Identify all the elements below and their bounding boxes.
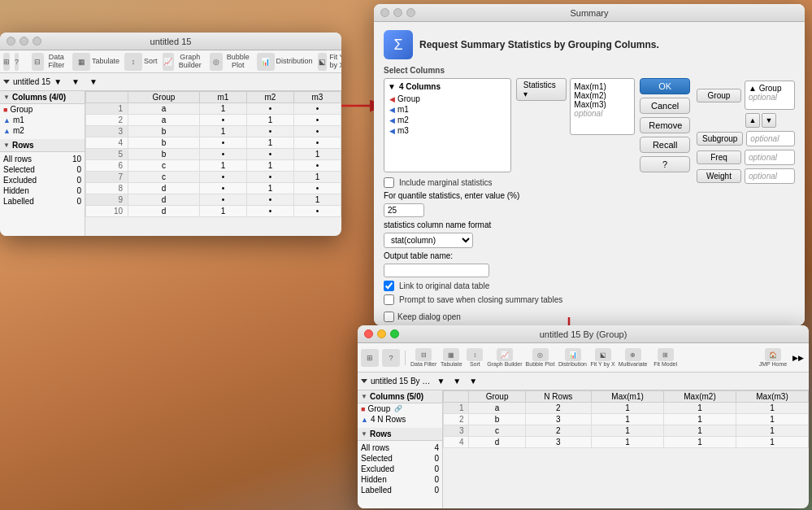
cancel-button[interactable]: Cancel	[640, 98, 690, 114]
result-minimize-button[interactable]	[377, 329, 386, 338]
sort-button[interactable]: ↕ Sort	[124, 53, 158, 71]
statistics-button-wrap[interactable]: Statistics ▾	[516, 78, 567, 101]
r-bubble-plot-btn[interactable]: ◎ Bubble Plot	[526, 348, 555, 367]
result-zoom-button[interactable]	[390, 329, 399, 338]
r-distribution-btn[interactable]: 📊 Distribution	[558, 348, 588, 367]
col-group-header[interactable]: Group	[128, 92, 200, 103]
column-m2-row[interactable]: ▲ m2	[0, 125, 85, 136]
data-filter-button[interactable]: ⊟ Data Filter	[32, 53, 67, 71]
col-m2-header[interactable]: m2	[246, 92, 293, 103]
bubble-plot-button[interactable]: ◎ Bubble Plot	[210, 53, 252, 71]
col-m2-icon: ◀	[389, 116, 395, 124]
graph-builder-button[interactable]: 📈 Graph Builder	[163, 53, 205, 71]
help-dialog-button[interactable]: ?	[640, 156, 690, 172]
down-arrow-button[interactable]: ▼	[762, 113, 776, 128]
stat-max-m2: Max(m2)	[574, 91, 631, 100]
summary-close-button[interactable]	[380, 8, 389, 17]
remove-button[interactable]: Remove	[640, 117, 690, 133]
column-m1-row[interactable]: ▲ m1	[0, 115, 85, 125]
rows-triangle: ▼	[3, 142, 10, 149]
nav-table-name[interactable]: untitled 15	[13, 77, 50, 86]
group-value-box: ▲ Group optional	[745, 81, 795, 110]
prompt-checkbox[interactable]	[384, 294, 394, 305]
r-nav-dropdown1[interactable]: ▼	[436, 377, 445, 386]
nav-dropdown2[interactable]: ▼	[72, 77, 80, 86]
keep-dialog-checkbox[interactable]	[384, 312, 394, 322]
subgroup-input[interactable]: optional	[746, 131, 795, 146]
col-m3-entry[interactable]: ◀ m3	[388, 125, 507, 136]
r-col-maxm1-header[interactable]: Max(m1)	[592, 391, 664, 403]
r-sort-btn[interactable]: ↕ Sort	[466, 348, 484, 367]
statistics-button[interactable]: Statistics ▾	[516, 78, 567, 101]
freq-input[interactable]: optional	[745, 150, 795, 165]
col-m3-header[interactable]: m3	[293, 92, 341, 103]
summary-zoom-button[interactable]	[406, 8, 415, 17]
weight-button[interactable]: Weight	[697, 169, 741, 183]
subgroup-button[interactable]: Subgroup	[697, 132, 743, 146]
freq-button[interactable]: Freq	[697, 150, 741, 164]
rows-header[interactable]: ▼ Rows	[0, 139, 85, 152]
rows-stats: All rows 10 Selected 0 Excluded 0 Hidden…	[0, 152, 85, 208]
help-icon[interactable]: ?	[15, 53, 19, 71]
zoom-button[interactable]	[33, 37, 41, 46]
r-columns-header[interactable]: ▼ Columns (5/0)	[358, 390, 442, 403]
r-col-group-header[interactable]: Group	[469, 391, 525, 403]
r-col-nrows-header[interactable]: N Rows	[525, 391, 591, 403]
col-m2-entry[interactable]: ◀ m2	[388, 115, 507, 125]
col-m1-entry[interactable]: ◀ m1	[388, 104, 507, 115]
r-fit-model-btn[interactable]: ⊞ Fit Model	[651, 348, 680, 367]
output-name-input[interactable]	[384, 264, 489, 277]
nav-dropdown3[interactable]: ▼	[89, 77, 98, 86]
r-graph-builder-btn[interactable]: 📈 Graph Builder	[487, 348, 522, 367]
format-select[interactable]: stat(column)	[384, 233, 473, 248]
r-col-maxm3-header[interactable]: Max(m3)	[736, 391, 808, 403]
window-tools-icon[interactable]: ⊞	[3, 53, 10, 71]
traffic-lights[interactable]	[7, 37, 41, 46]
link-checkbox[interactable]	[384, 281, 394, 291]
minimize-button[interactable]	[20, 37, 28, 46]
r-nav-dropdown3[interactable]: ▼	[469, 377, 477, 386]
r-window-tools-icon[interactable]: ⊞	[361, 349, 379, 367]
col-group-entry[interactable]: ◀ Group	[388, 94, 507, 104]
r-data-filter-btn[interactable]: ⊟ Data Filter	[410, 348, 436, 367]
result-traffic-lights[interactable]	[364, 329, 399, 338]
r-expand-button[interactable]: ▶▶	[791, 354, 805, 362]
distribution-label: Distribution	[276, 58, 313, 66]
weight-input[interactable]: optional	[745, 168, 795, 184]
columns-header-label: Columns (4/0)	[12, 93, 66, 102]
quantile-input[interactable]	[384, 203, 424, 217]
r-multivariate-btn[interactable]: ⊕ Multivariate	[619, 348, 648, 367]
output-table-label: Output table name:	[384, 251, 453, 260]
r-data-filter-icon: ⊟	[415, 348, 432, 361]
columns-header[interactable]: ▼ Columns (4/0)	[0, 91, 85, 104]
r-tabulate-btn[interactable]: ▦ Tabulate	[440, 348, 462, 367]
r-group-col-row[interactable]: ■ Group 🔗	[358, 403, 442, 414]
tabulate-button[interactable]: ▦ Tabulate	[72, 53, 119, 71]
summary-minimize-button[interactable]	[393, 8, 402, 17]
r-rows-header[interactable]: ▼ Rows	[358, 428, 442, 441]
summary-traffic-lights[interactable]	[380, 8, 415, 17]
fit-y-by-x-button[interactable]: ⬕ Fit Y by X	[318, 53, 341, 71]
col-m1-header[interactable]: m1	[199, 92, 246, 103]
r-jmp-home-btn[interactable]: 🏠 JMP Home	[758, 348, 788, 367]
r-nrows-col-row[interactable]: ▲ 4 N Rows	[358, 414, 442, 425]
nav-bar: untitled 15 ▼ ▼ ▼	[0, 73, 341, 91]
r-help-icon[interactable]: ?	[382, 349, 400, 367]
r-nav-dropdown2[interactable]: ▼	[453, 377, 461, 386]
column-group-row[interactable]: ■ Group	[0, 104, 85, 115]
include-marginal-checkbox[interactable]	[384, 177, 394, 188]
up-arrow-button[interactable]: ▲	[745, 113, 760, 128]
r-fit-y-btn[interactable]: ⬕ Fit Y by X	[591, 348, 615, 367]
distribution-button[interactable]: 📊 Distribution	[257, 53, 313, 71]
r-tabulate-label: Tabulate	[441, 361, 462, 367]
close-button[interactable]	[7, 37, 15, 46]
group-button[interactable]: Group	[697, 89, 741, 102]
result-close-button[interactable]	[364, 329, 373, 338]
stat-max-m3: Max(m3)	[574, 100, 631, 109]
r-col-maxm2-header[interactable]: Max(m2)	[664, 391, 736, 403]
columns-box-header[interactable]: ▼ 4 Columns	[388, 82, 507, 91]
nav-dropdown1[interactable]: ▼	[54, 77, 62, 86]
r-nav-table-name[interactable]: untitled 15 By …	[371, 377, 430, 386]
ok-button[interactable]: OK	[640, 78, 690, 94]
recall-button[interactable]: Recall	[640, 137, 690, 153]
